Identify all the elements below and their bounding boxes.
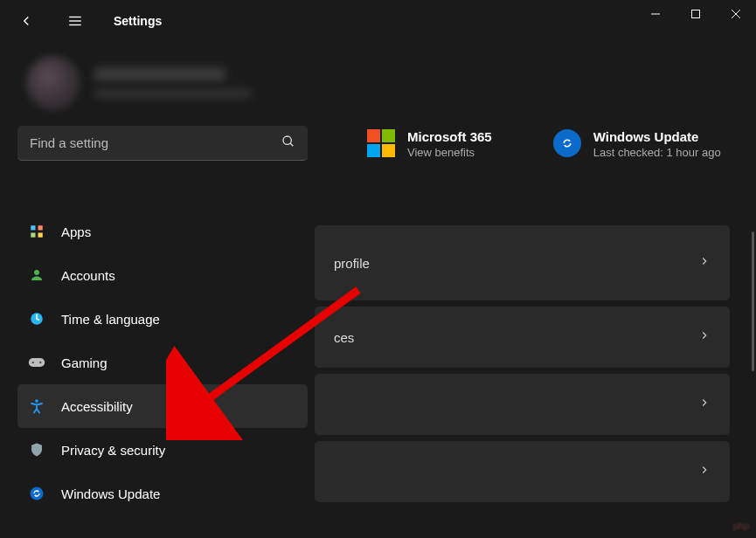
svg-rect-9 xyxy=(31,225,35,230)
svg-rect-10 xyxy=(38,225,43,230)
watermark: php xyxy=(733,521,749,531)
chevron-right-icon xyxy=(698,397,711,412)
scrollbar-thumb[interactable] xyxy=(752,231,754,371)
sidebar-item-accounts[interactable]: Accounts xyxy=(17,253,308,297)
nav-list: Apps Accounts Time & language Gaming Acc… xyxy=(17,210,315,515)
search-icon xyxy=(281,134,295,152)
card-title: Windows Update xyxy=(593,129,721,144)
sidebar-item-gaming[interactable]: Gaming xyxy=(17,341,308,384)
user-info xyxy=(94,67,252,99)
update-icon xyxy=(28,485,45,502)
search-box[interactable] xyxy=(17,126,308,161)
svg-line-8 xyxy=(290,143,293,146)
shield-icon xyxy=(28,441,45,459)
setting-row[interactable] xyxy=(315,374,730,435)
sidebar-item-label: Windows Update xyxy=(61,486,160,501)
svg-point-19 xyxy=(31,487,44,500)
gaming-icon xyxy=(28,354,45,371)
accessibility-icon xyxy=(28,397,45,415)
close-button[interactable] xyxy=(716,0,756,28)
accounts-icon xyxy=(28,266,45,284)
svg-point-7 xyxy=(283,136,291,144)
svg-rect-4 xyxy=(692,10,700,18)
sidebar-item-privacy-security[interactable]: Privacy & security xyxy=(17,428,308,472)
setting-label: profile xyxy=(334,256,370,271)
svg-point-18 xyxy=(35,399,38,403)
apps-icon xyxy=(28,223,45,240)
sidebar-item-accessibility[interactable]: Accessibility xyxy=(17,384,308,428)
main-panel: Microsoft 365 View benefits Windows Upda… xyxy=(315,42,756,515)
chevron-right-icon xyxy=(698,329,711,345)
svg-rect-11 xyxy=(31,233,35,238)
user-profile[interactable] xyxy=(17,51,315,126)
microsoft-365-card[interactable]: Microsoft 365 View benefits xyxy=(367,129,492,159)
card-title: Microsoft 365 xyxy=(407,129,492,144)
card-subtitle: Last checked: 1 hour ago xyxy=(593,146,721,159)
svg-rect-15 xyxy=(29,358,45,367)
back-button[interactable] xyxy=(16,10,37,31)
sidebar-item-label: Accounts xyxy=(61,268,115,283)
svg-point-16 xyxy=(32,362,35,364)
setting-label: ces xyxy=(334,330,354,345)
windows-update-card[interactable]: Windows Update Last checked: 1 hour ago xyxy=(553,129,721,159)
setting-row[interactable]: ces xyxy=(315,307,730,368)
chevron-right-icon xyxy=(698,255,711,271)
sidebar-item-label: Apps xyxy=(61,224,91,239)
hamburger-menu-button[interactable] xyxy=(65,10,86,31)
svg-point-13 xyxy=(34,270,39,275)
sidebar-item-windows-update[interactable]: Windows Update xyxy=(17,472,308,515)
sidebar-item-label: Time & language xyxy=(61,312,160,327)
maximize-button[interactable] xyxy=(676,0,716,28)
sidebar: Apps Accounts Time & language Gaming Acc… xyxy=(17,42,315,515)
time-language-icon xyxy=(28,310,45,328)
microsoft-logo-icon xyxy=(367,129,395,157)
window-controls xyxy=(635,0,756,28)
sidebar-item-label: Gaming xyxy=(61,355,108,370)
setting-row[interactable]: profile xyxy=(315,225,730,300)
setting-row[interactable] xyxy=(315,441,730,502)
sidebar-item-label: Privacy & security xyxy=(61,443,165,458)
card-subtitle: View benefits xyxy=(407,146,492,159)
window-title: Settings xyxy=(114,14,162,28)
sidebar-item-time-language[interactable]: Time & language xyxy=(17,297,308,341)
settings-list: profile ces xyxy=(315,225,756,502)
minimize-button[interactable] xyxy=(635,0,676,28)
sidebar-item-apps[interactable]: Apps xyxy=(17,210,308,253)
search-input[interactable] xyxy=(30,135,281,150)
chevron-right-icon xyxy=(698,464,711,479)
avatar xyxy=(26,56,80,110)
windows-update-icon xyxy=(553,129,581,157)
svg-point-17 xyxy=(39,362,42,364)
sidebar-item-label: Accessibility xyxy=(61,399,133,414)
svg-rect-12 xyxy=(38,233,43,238)
